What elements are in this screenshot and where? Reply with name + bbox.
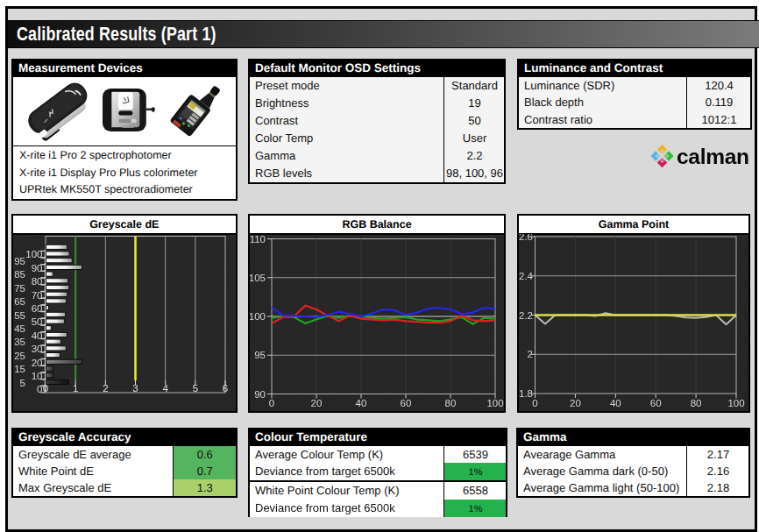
svg-text:100: 100 xyxy=(486,398,503,408)
svg-text:80: 80 xyxy=(691,398,702,408)
svg-text:75: 75 xyxy=(14,283,25,294)
svg-text:95: 95 xyxy=(14,256,25,266)
svg-text:5: 5 xyxy=(20,378,25,388)
svg-text:60: 60 xyxy=(401,398,412,408)
svg-text:4: 4 xyxy=(162,383,168,394)
svg-text:55: 55 xyxy=(14,310,25,321)
svg-text:calman: calman xyxy=(677,145,749,168)
svg-text:0: 0 xyxy=(37,384,42,394)
svg-text:85: 85 xyxy=(14,269,25,280)
svg-text:2.2: 2.2 xyxy=(519,310,533,321)
svg-text:15: 15 xyxy=(14,364,25,374)
svg-text:2.4: 2.4 xyxy=(519,271,534,281)
svg-text:20: 20 xyxy=(311,398,323,408)
svg-text:5: 5 xyxy=(193,383,198,394)
svg-text:80: 80 xyxy=(445,398,457,408)
svg-text:2: 2 xyxy=(528,349,533,359)
svg-text:35: 35 xyxy=(14,337,25,347)
svg-text:100: 100 xyxy=(250,311,266,322)
svg-text:2.6: 2.6 xyxy=(519,234,533,242)
svg-text:90: 90 xyxy=(254,389,266,400)
svg-text:65: 65 xyxy=(14,296,25,307)
svg-text:0: 0 xyxy=(532,398,537,408)
svg-text:25: 25 xyxy=(14,351,25,361)
svg-text:1.8: 1.8 xyxy=(519,388,533,399)
svg-text:105: 105 xyxy=(250,273,266,283)
svg-text:1: 1 xyxy=(73,383,78,394)
svg-text:40: 40 xyxy=(356,398,367,408)
svg-text:3: 3 xyxy=(132,383,138,394)
svg-text:110: 110 xyxy=(250,234,266,245)
svg-text:100: 100 xyxy=(727,398,744,408)
svg-text:6: 6 xyxy=(223,383,228,394)
svg-text:20: 20 xyxy=(570,398,581,408)
svg-text:95: 95 xyxy=(254,350,266,360)
svg-text:45: 45 xyxy=(14,323,25,334)
svg-text:60: 60 xyxy=(650,398,662,408)
svg-text:0: 0 xyxy=(269,398,274,408)
svg-text:100: 100 xyxy=(25,249,42,259)
svg-text:40: 40 xyxy=(610,398,621,408)
svg-text:2: 2 xyxy=(103,383,108,394)
